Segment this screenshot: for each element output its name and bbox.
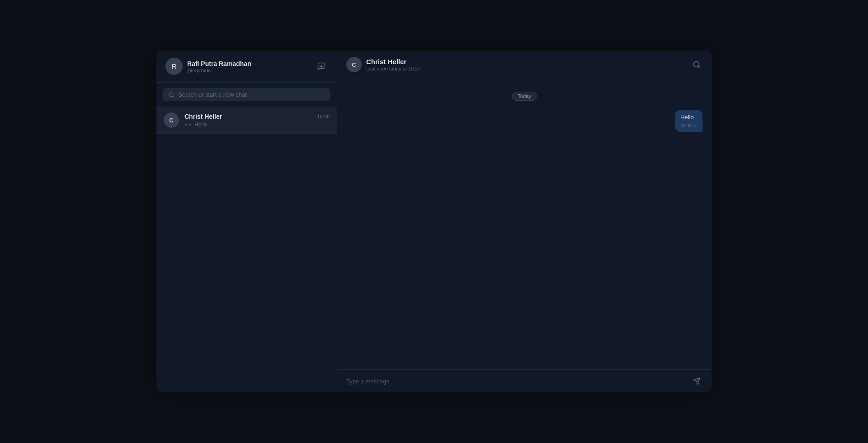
- current-user-avatar: R: [165, 58, 183, 75]
- chat-item-name: Christ Heller: [184, 113, 222, 120]
- message-row: Hello 10:30 ✓: [346, 110, 703, 132]
- send-button[interactable]: [691, 375, 703, 387]
- left-header: R Rafi Putra Ramadhan @raprmdn: [156, 51, 337, 83]
- chat-header-user: C Christ Heller Last seen today at 10:27: [346, 57, 420, 72]
- app-container: R Rafi Putra Ramadhan @raprmdn: [156, 51, 712, 392]
- contact-chat-text: Christ Heller Last seen today at 10:27: [366, 58, 420, 71]
- search-icon: [168, 92, 175, 98]
- new-chat-button[interactable]: [315, 60, 328, 73]
- contact-avatar: C: [164, 112, 179, 128]
- message-text: Hello: [680, 113, 697, 121]
- current-user-handle: @raprmdn: [187, 68, 251, 73]
- svg-line-5: [698, 66, 699, 67]
- chat-header: C Christ Heller Last seen today at 10:27: [337, 51, 712, 79]
- search-bar-wrapper: [156, 83, 337, 107]
- messages-list: Hello 10:30 ✓: [346, 110, 703, 132]
- left-panel: R Rafi Putra Ramadhan @raprmdn: [156, 51, 337, 392]
- search-bar: [163, 88, 330, 101]
- current-user-info: R Rafi Putra Ramadhan @raprmdn: [165, 58, 251, 75]
- chat-item-top: Christ Heller 10:30: [184, 113, 330, 120]
- current-user-name: Rafi Putra Ramadhan: [187, 60, 251, 67]
- right-panel: C Christ Heller Last seen today at 10:27…: [337, 51, 712, 392]
- date-badge: Today: [512, 92, 537, 101]
- double-check-icon: ✓✓: [184, 121, 193, 127]
- contact-chat-avatar: C: [346, 57, 362, 72]
- list-item[interactable]: C Christ Heller 10:30 ✓✓ Hello: [156, 107, 337, 134]
- contact-last-seen: Last seen today at 10:27: [366, 66, 420, 71]
- chat-list: C Christ Heller 10:30 ✓✓ Hello: [156, 107, 337, 392]
- header-search-button[interactable]: [691, 59, 703, 70]
- message-input-bar: [337, 369, 712, 392]
- contact-chat-name: Christ Heller: [366, 58, 420, 65]
- date-divider: Today: [346, 92, 703, 101]
- chat-item-info: Christ Heller 10:30 ✓✓ Hello: [184, 113, 330, 128]
- message-bubble-outgoing: Hello 10:30 ✓: [675, 110, 703, 132]
- chat-item-preview: ✓✓ Hello: [184, 121, 330, 128]
- current-user-text: Rafi Putra Ramadhan @raprmdn: [187, 60, 251, 73]
- messages-area: Today Hello 10:30 ✓: [337, 79, 712, 369]
- message-time: 10:30: [680, 123, 692, 128]
- message-input[interactable]: [346, 378, 685, 385]
- message-meta: 10:30 ✓: [680, 123, 697, 128]
- svg-line-3: [173, 96, 174, 97]
- search-input[interactable]: [178, 91, 325, 98]
- chat-item-time: 10:30: [317, 114, 330, 119]
- message-read-check-icon: ✓: [693, 123, 697, 128]
